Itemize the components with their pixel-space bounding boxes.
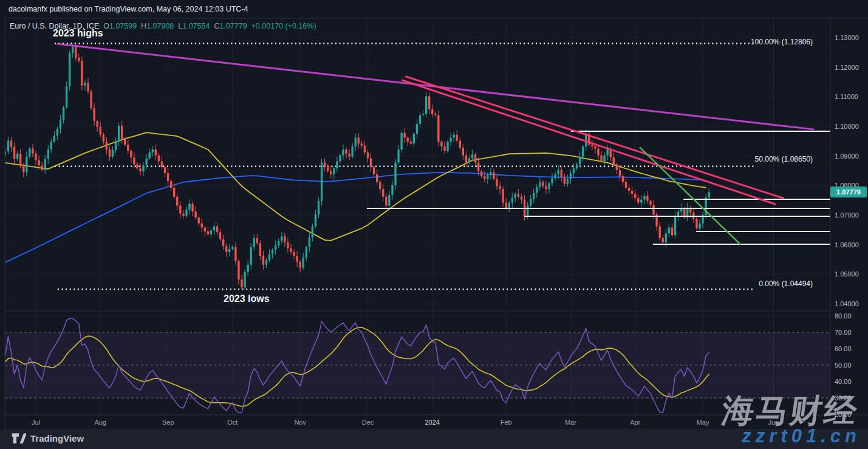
rsi-tick-label: 80.00 [835,312,852,320]
time-tick-label: Aug [94,419,106,426]
time-tick-label: Apr [630,419,640,426]
ohlc-low: L1.07554 [178,22,210,30]
price-tick-label: 1.13000 [835,34,859,41]
tradingview-published-chart: dacolmanfx published on TradingView.com,… [0,0,868,449]
time-tick-label: Dec [362,419,374,426]
time-tick-label: May [697,419,709,426]
time-tick-label: 2024 [425,419,439,426]
watermark-url: zzrt01.cn [742,425,861,447]
annotation-2023-highs: 2023 highs [53,28,103,39]
rsi-tick-label: 40.00 [835,378,852,385]
attribution-text: dacolmanfx published on TradingView.com,… [9,5,248,13]
tradingview-logo-text: TradingView [30,433,84,444]
change-value: +0.00170 (+0.16%) [251,22,316,30]
last-price-badge: 1.07779 [830,187,867,197]
price-tick-label: 1.12000 [835,64,859,71]
rsi-tick-label: 50.00 [835,362,852,369]
time-tick-label: Mar [565,419,576,426]
price-pane[interactable] [5,18,830,311]
price-tick-label: 1.10000 [835,123,859,130]
price-tick-label: 1.06000 [835,241,859,248]
tradingview-logo[interactable]: TradingView [11,433,84,444]
fib-label-0: 0.00% (1.04494) [759,279,813,288]
time-tick-label: Jul [32,419,40,426]
ohlc-open: O1.07599 [103,22,137,30]
price-tick-label: 1.11000 [835,93,858,100]
price-tick-label: 1.04000 [835,300,859,307]
time-tick-label: Feb [501,419,512,426]
fib-label-50: 50.00% (1.08650) [755,155,813,163]
ohlc-close: C1.07779 [214,22,247,30]
tradingview-logo-icon [11,433,26,444]
time-tick-label: Nov [294,419,306,426]
ohlc-high: H1.07908 [141,22,174,30]
time-tick-label: Oct [227,419,238,426]
price-tick-label: 1.09000 [835,153,859,160]
rsi-pane[interactable] [5,312,830,415]
rsi-tick-label: 70.00 [835,329,852,336]
fib-label-100: 100.00% (1.12806) [751,38,813,46]
price-tick-label: 1.05000 [835,270,859,278]
rsi-tick-label: 60.00 [835,345,852,352]
price-tick-label: 1.07000 [835,211,859,219]
time-tick-label: Sep [162,419,174,426]
annotation-2023-lows: 2023 lows [224,293,270,304]
